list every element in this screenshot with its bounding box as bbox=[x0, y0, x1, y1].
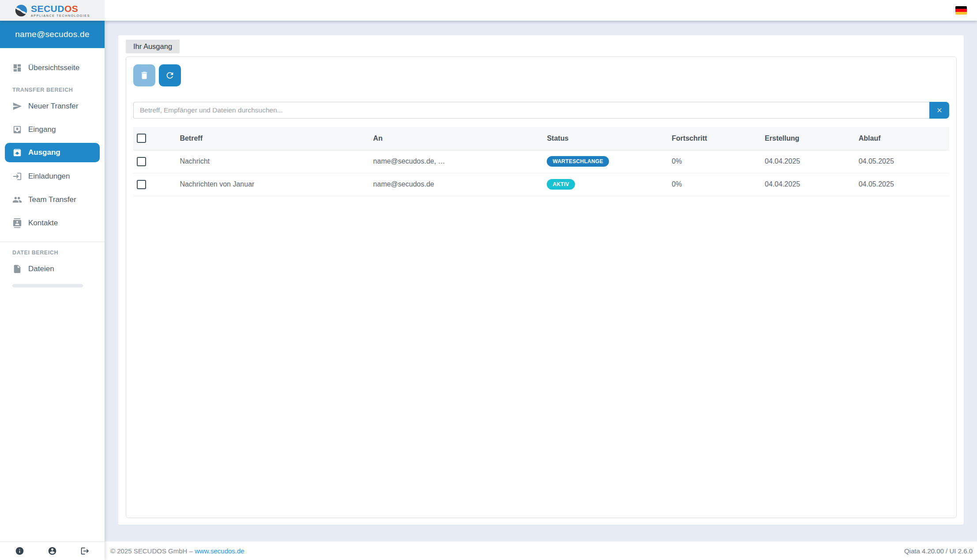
footer-bar: © 2025 SECUDOS GmbH – www.secudos.de Qia… bbox=[105, 541, 977, 560]
info-icon bbox=[15, 546, 24, 556]
storage-usage-bar bbox=[12, 284, 83, 287]
sidebar-item-label: Kontakte bbox=[28, 219, 58, 228]
outbox-icon bbox=[12, 148, 22, 157]
column-header-erstellung: Erstellung bbox=[765, 127, 859, 150]
column-header-status: Status bbox=[547, 127, 672, 150]
content-panel: Ihr Ausgang Betr bbox=[118, 35, 964, 525]
sidebar-item-label: Dateien bbox=[28, 265, 54, 273]
sidebar-item-label: Eingang bbox=[28, 125, 56, 134]
column-header-ablauf: Ablauf bbox=[859, 127, 949, 150]
search-input[interactable] bbox=[133, 102, 929, 119]
send-icon bbox=[12, 101, 22, 111]
group-icon bbox=[12, 195, 22, 205]
cell-status: AKTIV bbox=[547, 173, 672, 196]
toolbar bbox=[133, 64, 949, 86]
contacts-icon bbox=[12, 218, 22, 228]
sidebar-divider bbox=[0, 242, 105, 242]
sidebar-footer bbox=[0, 541, 105, 560]
trash-icon bbox=[139, 71, 149, 80]
transfers-table: BetreffAnStatusFortschrittErstellungAbla… bbox=[133, 127, 949, 196]
sidebar-item-label: Übersichtsseite bbox=[28, 63, 79, 72]
language-flag-german[interactable] bbox=[955, 6, 967, 15]
row-checkbox[interactable] bbox=[137, 157, 146, 166]
footer-version: Qiata 4.20.00 / UI 2.6.0 bbox=[904, 547, 973, 555]
row-checkbox[interactable] bbox=[137, 180, 146, 189]
cell-betreff: Nachrichten von Januar bbox=[180, 173, 373, 196]
logout-button[interactable] bbox=[79, 545, 90, 557]
footer-copyright: © 2025 SECUDOS GmbH – www.secudos.de bbox=[110, 547, 244, 555]
sidebar-item-ausgang[interactable]: Ausgang bbox=[5, 143, 100, 162]
status-badge: AKTIV bbox=[547, 179, 575, 190]
sidebar-item-label: Einladungen bbox=[28, 172, 70, 181]
account-button[interactable] bbox=[46, 545, 58, 557]
main-area: Ihr Ausgang Betr bbox=[105, 21, 977, 541]
close-icon bbox=[936, 107, 943, 114]
cell-status: WARTESCHLANGE bbox=[547, 150, 672, 173]
cell-an: name@secudos.de bbox=[373, 173, 547, 196]
sidebar-item-eingang[interactable]: Eingang bbox=[0, 118, 105, 141]
cell-ablauf: 04.05.2025 bbox=[859, 173, 949, 196]
cell-fortschritt: 0% bbox=[672, 173, 765, 196]
account-icon bbox=[48, 546, 57, 556]
info-button[interactable] bbox=[14, 545, 26, 557]
section-label-datei-bereich: DATEI BEREICH bbox=[12, 248, 105, 257]
sidebar-item-ubersichtsseite[interactable]: Übersichtsseite bbox=[0, 56, 105, 79]
file-icon bbox=[12, 264, 22, 274]
tab-ihr-ausgang[interactable]: Ihr Ausgang bbox=[126, 40, 180, 53]
column-header-betreff: Betreff bbox=[180, 127, 373, 150]
cell-an: name@secudos.de, … bbox=[373, 150, 547, 173]
logo-wordmark: SECUDOS bbox=[31, 4, 90, 13]
sidebar-item-einladungen[interactable]: Einladungen bbox=[0, 164, 105, 188]
top-bar: SECUDOS APPLIANCE TECHNOLOGIES bbox=[0, 0, 977, 21]
cell-ablauf: 04.05.2025 bbox=[859, 150, 949, 173]
secudos-logo-icon bbox=[15, 4, 28, 17]
status-badge: WARTESCHLANGE bbox=[547, 156, 609, 167]
cell-erstellung: 04.04.2025 bbox=[765, 150, 859, 173]
sidebar-item-label: Team Transfer bbox=[28, 195, 76, 204]
account-email: name@secudos.de bbox=[0, 21, 105, 48]
cell-fortschritt: 0% bbox=[672, 150, 765, 173]
sidebar-item-neuer-transfer[interactable]: Neuer Transfer bbox=[0, 94, 105, 118]
select-all-checkbox[interactable] bbox=[137, 134, 146, 143]
sidebar-nav: ÜbersichtsseiteTRANSFER BEREICHNeuer Tra… bbox=[0, 48, 105, 287]
refresh-button[interactable] bbox=[159, 64, 181, 86]
outbox-card: BetreffAnStatusFortschrittErstellungAbla… bbox=[126, 56, 957, 518]
sidebar: name@secudos.de ÜbersichtsseiteTRANSFER … bbox=[0, 21, 105, 560]
cell-erstellung: 04.04.2025 bbox=[765, 173, 859, 196]
sidebar-item-kontakte[interactable]: Kontakte bbox=[0, 211, 105, 235]
table-header-row: BetreffAnStatusFortschrittErstellungAbla… bbox=[133, 127, 949, 150]
inbox-icon bbox=[12, 125, 22, 134]
section-label-transfer-bereich: TRANSFER BEREICH bbox=[12, 86, 105, 94]
sidebar-item-label: Ausgang bbox=[28, 148, 60, 157]
search-row bbox=[133, 102, 949, 119]
secudos-website-link[interactable]: www.secudos.de bbox=[195, 547, 244, 555]
delete-button[interactable] bbox=[133, 64, 155, 86]
invitation-icon bbox=[12, 172, 22, 181]
table-row[interactable]: Nachrichten von Januarname@secudos.deAKT… bbox=[133, 173, 949, 196]
logout-icon bbox=[80, 546, 90, 556]
refresh-icon bbox=[165, 71, 175, 80]
column-header-an: An bbox=[373, 127, 547, 150]
cell-betreff: Nachricht bbox=[180, 150, 373, 173]
sidebar-item-label: Neuer Transfer bbox=[28, 102, 78, 111]
dashboard-icon bbox=[12, 63, 22, 73]
sidebar-item-team-transfer[interactable]: Team Transfer bbox=[0, 188, 105, 211]
secudos-logo: SECUDOS APPLIANCE TECHNOLOGIES bbox=[0, 0, 105, 21]
column-header-fortschritt: Fortschritt bbox=[672, 127, 765, 150]
clear-search-button[interactable] bbox=[929, 102, 949, 119]
logo-subtitle: APPLIANCE TECHNOLOGIES bbox=[31, 14, 90, 17]
sidebar-item-dateien[interactable]: Dateien bbox=[0, 257, 105, 280]
table-row[interactable]: Nachrichtname@secudos.de, …WARTESCHLANGE… bbox=[133, 150, 949, 173]
